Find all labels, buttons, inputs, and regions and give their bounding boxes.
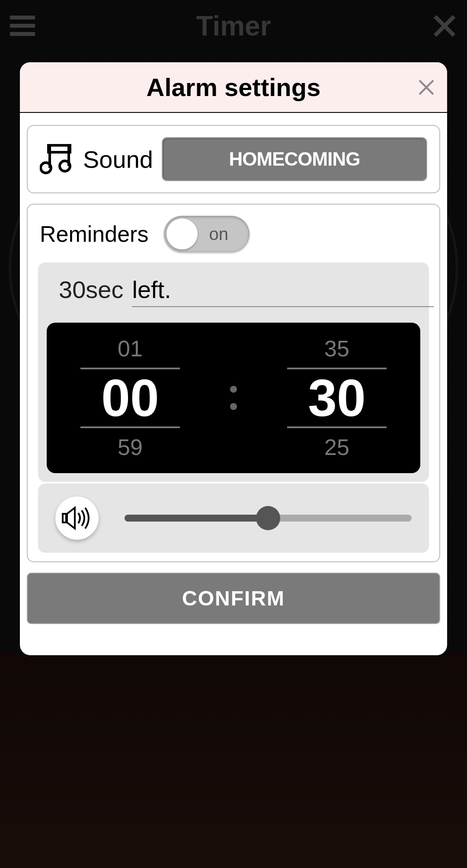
reminder-time-summary: 30sec (59, 275, 123, 304)
seconds-wheel[interactable]: 35 30 25 (287, 336, 387, 460)
volume-icon[interactable] (55, 496, 99, 540)
sound-select-button[interactable]: HOMECOMING (162, 137, 427, 181)
svg-marker-13 (67, 508, 75, 528)
close-modal-button[interactable] (418, 79, 435, 96)
reminders-section: Reminders on 30sec 01 00 59 (27, 204, 440, 562)
sound-section: Sound HOMECOMING (27, 125, 440, 193)
colon-separator (230, 386, 237, 410)
reminders-panel: 30sec 01 00 59 35 30 (38, 263, 429, 482)
reminders-label: Reminders (40, 221, 148, 247)
time-picker[interactable]: 01 00 59 35 30 25 (47, 323, 420, 473)
minutes-above: 01 (118, 336, 143, 362)
confirm-button[interactable]: CONFIRM (27, 573, 440, 624)
minutes-selected: 00 (80, 368, 180, 428)
modal-title: Alarm settings (147, 73, 321, 102)
svg-rect-7 (48, 145, 70, 152)
seconds-below: 25 (324, 434, 349, 460)
reminder-text-input[interactable] (132, 275, 434, 307)
alarm-settings-modal: Alarm settings Sound HOMECOMING (20, 62, 447, 655)
seconds-above: 35 (324, 336, 349, 362)
music-note-icon (40, 142, 74, 176)
volume-panel (38, 484, 429, 553)
modal-header: Alarm settings (20, 62, 447, 113)
minutes-below: 59 (118, 434, 143, 460)
svg-rect-12 (63, 514, 66, 522)
seconds-selected: 30 (287, 368, 387, 428)
reminders-toggle[interactable]: on (164, 216, 249, 252)
toggle-text: on (209, 224, 228, 244)
sound-label: Sound (83, 145, 153, 173)
volume-slider[interactable] (125, 514, 412, 522)
minutes-wheel[interactable]: 01 00 59 (80, 336, 180, 460)
